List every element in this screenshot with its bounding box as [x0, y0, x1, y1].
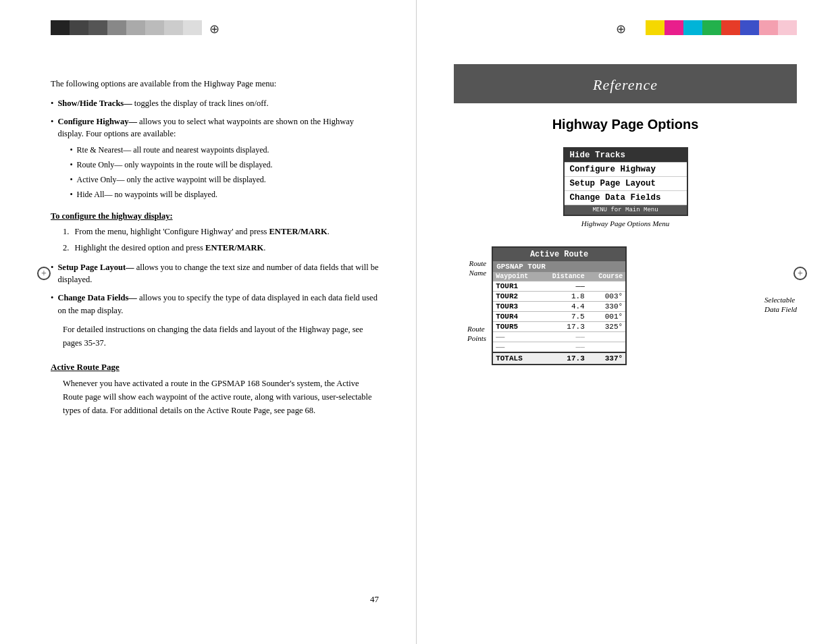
col-course: Course — [585, 273, 623, 280]
bullet-text-2: Configure Highway— allows you to select … — [57, 115, 379, 204]
menu-caption: Highway Page Options Menu — [581, 219, 669, 227]
active-route-para: Whenever you have activated a route in t… — [63, 377, 379, 417]
color-swatch-3 — [88, 20, 107, 35]
bullet-dot-2: • — [51, 115, 53, 204]
registration-mark-left: + — [37, 267, 51, 280]
color-swatch-r2 — [664, 20, 683, 35]
numbered-list: 1. From the menu, highlight 'Configure H… — [63, 225, 379, 254]
route-labels-right: SelectableData Field — [764, 246, 797, 315]
sub-bullet-2: • Route Only— only waypoints in the rout… — [70, 159, 379, 171]
reference-band: Reference — [454, 64, 797, 103]
table-row-empty-2: —— —— — [493, 342, 625, 352]
left-content: The following options are available from… — [51, 78, 379, 417]
table-row: TOUR5 17.3 325° — [493, 321, 625, 331]
intro-text: The following options are available from… — [51, 78, 379, 90]
color-swatch-r8 — [778, 20, 797, 35]
color-swatch-r7 — [759, 20, 778, 35]
color-swatch-5 — [126, 20, 145, 35]
menu-mockup-container: Hide Tracks Configure Highway Setup Page… — [454, 147, 797, 240]
color-swatch-8 — [183, 20, 202, 35]
col-distance: Distance — [546, 273, 584, 280]
registration-mark-top: ⊕ — [209, 22, 219, 36]
bullet-term-2: Configure Highway— — [57, 117, 137, 126]
rt-name: GPSNAP TOUR — [493, 261, 625, 272]
sub-bullet-1: • Rte & Nearest— all route and nearest w… — [70, 144, 379, 156]
label-selectable: SelectableData Field — [764, 295, 797, 315]
active-route-title: Active Route Page — [51, 362, 379, 373]
bullet-dot-3: • — [51, 261, 53, 287]
bullet-term-4: Change Data Fields— — [57, 293, 136, 302]
section-heading: Highway Page Options — [454, 117, 797, 132]
label-route-name: RouteName — [469, 259, 486, 278]
step-1: 1. From the menu, highlight 'Configure H… — [63, 225, 379, 238]
bullet-change-data: • Change Data Fields— allows you to spec… — [51, 292, 379, 317]
table-row: TOUR4 7.5 001° — [493, 311, 625, 321]
menu-item-hide-tracks: Hide Tracks — [565, 149, 687, 163]
color-swatch-1 — [51, 20, 70, 35]
table-row-empty-1: —— —— — [493, 331, 625, 342]
bullet-show-hide: • Show/Hide Tracks— toggles the display … — [51, 97, 379, 110]
left-page: ⊕ + The following options are available … — [0, 0, 417, 644]
bullet-dot-4: • — [51, 292, 53, 317]
menu-item-change-data: Change Data Fields — [565, 191, 687, 205]
bullet-term-3: Setup Page Layout— — [57, 263, 134, 272]
menu-mockup: Hide Tracks Configure Highway Setup Page… — [563, 147, 688, 216]
route-labels-left: RouteName RoutePoints — [467, 246, 486, 343]
menu-item-setup-page: Setup Page Layout — [565, 177, 687, 191]
table-row: TOUR1 —— — [493, 281, 625, 291]
bullet-setup: • Setup Page Layout— allows you to chang… — [51, 261, 379, 287]
page-container: ⊕ + The following options are available … — [0, 0, 834, 644]
sub-bullet-4: • Hide All— no waypoints will be display… — [70, 188, 379, 200]
right-content: Reference Highway Page Options Hide Trac… — [454, 64, 797, 365]
route-table: Active Route GPSNAP TOUR Waypoint Distan… — [492, 246, 627, 365]
bullet-text-4: Change Data Fields— allows you to specif… — [57, 292, 379, 317]
bullet-dot-1: • — [51, 97, 53, 110]
table-row: TOUR2 1.8 003° — [493, 291, 625, 301]
configure-header: To configure the highway display: — [51, 211, 379, 221]
sub-bullet-3: • Active Only— only the active waypoint … — [70, 173, 379, 186]
menu-footer: MENU for Main Menu — [565, 205, 687, 215]
rt-col-headers: Waypoint Distance Course — [493, 272, 625, 281]
step-2: 2. Highlight the desired option and pres… — [63, 242, 379, 254]
bullet-text-3: Setup Page Layout— allows you to change … — [57, 261, 379, 287]
page-number-left: 47 — [370, 594, 379, 605]
color-swatch-r4 — [702, 20, 721, 35]
color-swatch-r5 — [721, 20, 740, 35]
right-page: + ⊕ Reference Highway Page Options Hide … — [417, 0, 834, 644]
color-swatch-r1 — [646, 20, 664, 35]
color-swatch-r3 — [683, 20, 702, 35]
totals-course: 337° — [585, 354, 623, 363]
color-swatch-2 — [70, 20, 88, 35]
detail-para: For detailed instructions on changing th… — [63, 323, 379, 350]
color-bar-left — [51, 20, 202, 35]
totals-label: TOTALS — [496, 354, 546, 363]
bullet-configure: • Configure Highway— allows you to selec… — [51, 115, 379, 204]
totals-dist: 17.3 — [546, 354, 584, 363]
table-row: TOUR3 4.4 330° — [493, 301, 625, 311]
color-swatch-7 — [164, 20, 183, 35]
registration-mark-top-right: ⊕ — [616, 22, 626, 36]
bullet-text-1: Show/Hide Tracks— toggles the display of… — [57, 97, 379, 110]
col-waypoint: Waypoint — [496, 273, 546, 280]
menu-item-configure-highway: Configure Highway — [565, 163, 687, 177]
sub-bullets: • Rte & Nearest— all route and nearest w… — [70, 144, 379, 200]
color-swatch-6 — [145, 20, 164, 35]
rt-header: Active Route — [493, 248, 625, 261]
label-route-points: RoutePoints — [467, 324, 486, 344]
route-table-wrapper: Active Route GPSNAP TOUR Waypoint Distan… — [492, 246, 759, 365]
reference-title: Reference — [593, 76, 658, 93]
color-bar-right — [646, 20, 797, 35]
color-swatch-r6 — [740, 20, 759, 35]
route-diagram: RouteName RoutePoints Active Route GPSNA… — [467, 246, 797, 365]
bullet-term-1: Show/Hide Tracks— — [57, 99, 132, 108]
rt-totals: TOTALS 17.3 337° — [493, 352, 625, 364]
color-swatch-4 — [107, 20, 126, 35]
registration-mark-right: + — [793, 267, 807, 280]
